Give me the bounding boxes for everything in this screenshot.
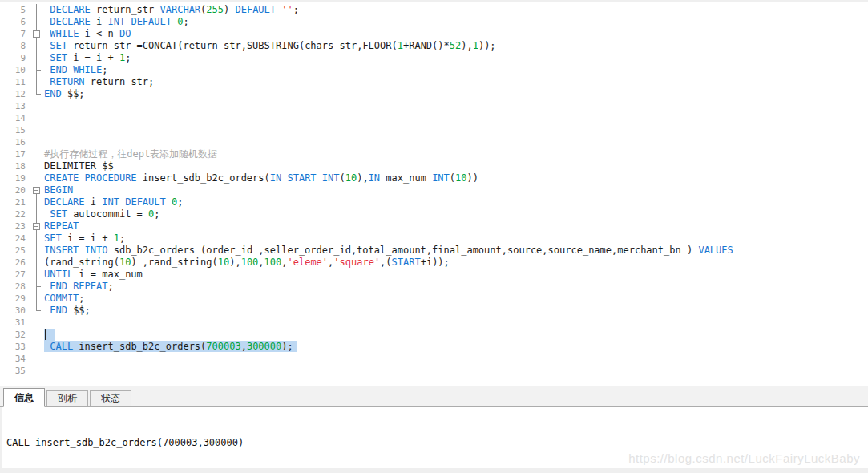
code-editor[interactable]: 5 DECLARE return_str VARCHAR(255) DEFAUL… bbox=[0, 2, 868, 386]
code-line[interactable]: 31 bbox=[0, 317, 868, 329]
line-number: 20 bbox=[0, 184, 30, 196]
code-line[interactable]: 8 SET return_str =CONCAT(return_str,SUBS… bbox=[0, 40, 868, 52]
code-line[interactable]: 19CREATE PROCEDURE insert_sdb_b2c_orders… bbox=[0, 172, 868, 184]
code-line[interactable]: 32 bbox=[0, 329, 868, 341]
code-line[interactable]: 7 WHILE i < n DO bbox=[0, 28, 868, 40]
text-cursor bbox=[44, 329, 55, 341]
fold-guide-line bbox=[30, 293, 44, 305]
tab-info[interactable]: 信息 bbox=[3, 388, 45, 407]
code-line[interactable]: 30 END $$; bbox=[0, 305, 868, 317]
result-tabs: 信息 剖析 状态 bbox=[0, 386, 868, 407]
code-line[interactable]: 15 bbox=[0, 124, 868, 136]
fold-guide-line bbox=[30, 196, 44, 208]
code-line[interactable]: 9 SET i = i + 1; bbox=[0, 52, 868, 64]
line-number: 25 bbox=[0, 245, 30, 257]
fold-gutter bbox=[30, 341, 44, 353]
fold-collapse-icon[interactable] bbox=[30, 220, 44, 232]
tab-profile[interactable]: 剖析 bbox=[46, 390, 88, 406]
code-line[interactable]: 28 END REPEAT; bbox=[0, 281, 868, 293]
window-bottom-edge bbox=[0, 468, 868, 473]
code-text: INSERT INTO sdb_b2c_orders (order_id ,se… bbox=[44, 245, 868, 257]
fold-gutter bbox=[30, 317, 44, 329]
fold-collapse-icon[interactable] bbox=[30, 184, 44, 196]
line-number: 30 bbox=[0, 305, 30, 317]
code-text: UNTIL i = max_num bbox=[44, 269, 868, 281]
line-number: 28 bbox=[0, 281, 30, 293]
code-text bbox=[44, 124, 868, 136]
line-number: 11 bbox=[0, 76, 30, 88]
code-text: SET autocommit = 0; bbox=[44, 208, 868, 220]
code-line[interactable]: 16 bbox=[0, 136, 868, 148]
line-number: 18 bbox=[0, 160, 30, 172]
fold-guide-line bbox=[30, 88, 44, 100]
code-line[interactable]: 18DELIMITER $$ bbox=[0, 160, 868, 172]
fold-gutter bbox=[30, 136, 44, 148]
code-line[interactable]: 21DECLARE i INT DEFAULT 0; bbox=[0, 196, 868, 208]
line-number: 7 bbox=[0, 28, 30, 40]
code-line[interactable]: 14 bbox=[0, 112, 868, 124]
line-number: 17 bbox=[0, 148, 30, 160]
code-line[interactable]: 17#执行存储过程，往dept表添加随机数据 bbox=[0, 148, 868, 160]
line-number: 29 bbox=[0, 293, 30, 305]
fold-guide-line bbox=[30, 269, 44, 281]
selected-text: CALL insert_sdb_b2c_orders(700003,300000… bbox=[44, 341, 297, 352]
code-text bbox=[44, 353, 868, 365]
tab-status[interactable]: 状态 bbox=[90, 390, 131, 406]
code-line[interactable]: 35 bbox=[0, 365, 868, 377]
code-text: COMMIT; bbox=[44, 293, 868, 305]
code-text: SET i = i + 1; bbox=[44, 52, 868, 64]
code-line[interactable]: 33 CALL insert_sdb_b2c_orders(700003,300… bbox=[0, 341, 868, 353]
line-number: 21 bbox=[0, 196, 30, 208]
code-text: CALL insert_sdb_b2c_orders(700003,300000… bbox=[44, 341, 868, 353]
code-line[interactable]: 20BEGIN bbox=[0, 184, 868, 196]
code-text: #执行存储过程，往dept表添加随机数据 bbox=[44, 148, 868, 160]
line-number: 23 bbox=[0, 220, 30, 232]
fold-gutter bbox=[30, 124, 44, 136]
fold-guide-line bbox=[30, 305, 44, 317]
fold-collapse-icon[interactable] bbox=[30, 28, 44, 40]
fold-gutter bbox=[30, 160, 44, 172]
code-line[interactable]: 34 bbox=[0, 353, 868, 365]
code-text: SET return_str =CONCAT(return_str,SUBSTR… bbox=[44, 40, 868, 52]
code-line[interactable]: 22 SET autocommit = 0; bbox=[0, 208, 868, 220]
fold-guide-line bbox=[30, 76, 44, 88]
sql-editor-window: { "colors": { "keyword": "#1777d2", "num… bbox=[0, 0, 868, 473]
code-text: RETURN return_str; bbox=[44, 76, 868, 88]
code-line[interactable]: 5 DECLARE return_str VARCHAR(255) DEFAUL… bbox=[0, 4, 868, 16]
fold-gutter bbox=[30, 112, 44, 124]
line-number: 33 bbox=[0, 341, 30, 353]
line-number: 16 bbox=[0, 136, 30, 148]
code-line[interactable]: 6 DECLARE i INT DEFAULT 0; bbox=[0, 16, 868, 28]
code-line[interactable]: 10 END WHILE; bbox=[0, 64, 868, 76]
line-number: 5 bbox=[0, 4, 30, 16]
code-line[interactable]: 13 bbox=[0, 100, 868, 112]
line-number: 22 bbox=[0, 208, 30, 220]
line-number: 13 bbox=[0, 100, 30, 112]
fold-gutter bbox=[30, 148, 44, 160]
code-line[interactable]: 27UNTIL i = max_num bbox=[0, 269, 868, 281]
code-lines-container: 5 DECLARE return_str VARCHAR(255) DEFAUL… bbox=[0, 4, 868, 377]
line-number: 8 bbox=[0, 40, 30, 52]
code-line[interactable]: 23REPEAT bbox=[0, 220, 868, 232]
code-text bbox=[44, 136, 868, 148]
code-text: DECLARE i INT DEFAULT 0; bbox=[44, 16, 868, 28]
code-line[interactable]: 26(rand_string(10) ,rand_string(10),100,… bbox=[0, 257, 868, 269]
fold-guide-line bbox=[30, 281, 44, 293]
code-text bbox=[44, 329, 868, 341]
watermark-text: https://blog.csdn.net/LuckFairyLuckBaby bbox=[628, 451, 860, 465]
code-text: CREATE PROCEDURE insert_sdb_b2c_orders(I… bbox=[44, 172, 868, 184]
fold-gutter bbox=[30, 172, 44, 184]
code-line[interactable]: 29COMMIT; bbox=[0, 293, 868, 305]
code-text: REPEAT bbox=[44, 220, 868, 232]
code-text: END WHILE; bbox=[44, 64, 868, 76]
code-text: END $$; bbox=[44, 88, 868, 100]
line-number: 35 bbox=[0, 365, 30, 377]
code-line[interactable]: 25INSERT INTO sdb_b2c_orders (order_id ,… bbox=[0, 245, 868, 257]
code-text: (rand_string(10) ,rand_string(10),100,10… bbox=[44, 257, 868, 269]
line-number: 15 bbox=[0, 124, 30, 136]
code-line[interactable]: 12END $$; bbox=[0, 88, 868, 100]
code-line[interactable]: 24SET i = i + 1; bbox=[0, 232, 868, 245]
code-text bbox=[44, 100, 868, 112]
fold-guide-line bbox=[30, 245, 44, 257]
code-line[interactable]: 11 RETURN return_str; bbox=[0, 76, 868, 88]
